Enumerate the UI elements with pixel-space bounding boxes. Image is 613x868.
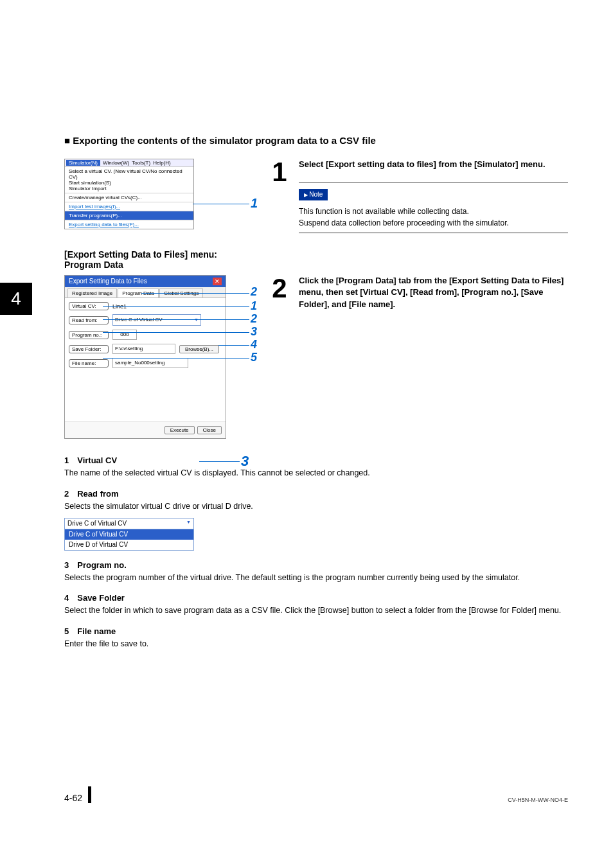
step-number-1: 1 — [270, 159, 289, 233]
chapter-tab: 4 — [0, 283, 32, 315]
desc-2-body: Selects the simulator virtual C drive or… — [64, 501, 568, 513]
dialog-title: Export Setting Data to Files — [69, 278, 147, 285]
export-dialog: Export Setting Data to Files ✕ Registere… — [64, 275, 226, 439]
menu-item-highlighted: Transfer programs(P)... — [65, 211, 193, 220]
menu-screenshot: Simulator(N) Window(W) Tools(T) Help(H) … — [64, 159, 194, 229]
dropdown-option: Drive C of Virtual CV — [65, 529, 193, 540]
desc-3-title: 3 Program no. — [64, 560, 568, 571]
menubar-help: Help(H) — [153, 160, 171, 166]
menu-item: Select a virtual CV. (New virtual CV/No … — [65, 166, 193, 193]
menu-item: Export setting data to files(F)... — [65, 220, 193, 229]
menubar-tools: Tools(T) — [132, 160, 150, 166]
close-icon[interactable]: ✕ — [213, 278, 222, 285]
note-line: This function is not available while col… — [299, 206, 568, 217]
file-name-label: File name: — [69, 359, 109, 368]
step1-text: Select [Export setting data to files] fr… — [299, 159, 568, 170]
menubar-window: Window(W) — [103, 160, 129, 166]
callout-1: 1 — [251, 196, 258, 211]
tab-registered-image[interactable]: Registered Image — [67, 288, 117, 297]
step-number-2: 2 — [270, 275, 289, 439]
desc-4-body: Select the folder in which to save progr… — [64, 605, 568, 617]
section-heading: ■ Exporting the contents of the simulato… — [64, 135, 568, 146]
desc-3-body: Selects the program number of the virtua… — [64, 572, 568, 584]
menu-item: Import test images(I)... — [65, 202, 193, 211]
callout-2-top: 2 — [251, 285, 257, 299]
desc-5-body: Enter the file to save to. — [64, 639, 568, 650]
dropdown-option: Drive D of Virtual CV — [65, 540, 193, 550]
menu-item: Create/manage virtual CVs(C)... — [65, 193, 193, 202]
callout-4-right: 4 — [251, 338, 257, 351]
dialog-subtitle: [Export Setting Data to Files] menu: Pro… — [64, 249, 568, 270]
callout-2-right: 2 — [251, 312, 257, 326]
desc-1-body: The name of the selected virtual CV is d… — [64, 468, 568, 479]
callout-1-right: 1 — [251, 299, 257, 313]
read-from-select[interactable]: Drive C of Virtual CV▼ — [112, 314, 201, 326]
file-name-input[interactable]: sample_No000setting — [112, 358, 188, 368]
save-folder-input[interactable]: F:\cv\setting — [112, 344, 175, 354]
callout-3-bottom: 3 — [241, 453, 249, 470]
browse-button[interactable]: Browse(B)... — [179, 345, 219, 353]
execute-button[interactable]: Execute — [164, 426, 195, 434]
desc-4-title: 4 Save Folder — [64, 592, 568, 604]
callout-3-right: 3 — [251, 325, 257, 339]
step2-text: Click the [Program Data] tab from the [E… — [299, 275, 568, 310]
menubar-simulator: Simulator(N) — [66, 160, 100, 166]
desc-1-title: 1 Virtual CV — [64, 455, 568, 466]
document-code: CV-H5N-M-WW-NO4-E — [508, 797, 568, 803]
callout-5-right: 5 — [251, 351, 257, 364]
close-button[interactable]: Close — [197, 426, 222, 434]
desc-5-title: 5 File name — [64, 626, 568, 637]
read-from-label: Read from: — [69, 316, 109, 324]
note-label: Note — [299, 189, 328, 200]
note-line: Suspend data collection before proceedin… — [299, 217, 568, 229]
page-number: 4-62 — [64, 793, 82, 803]
save-folder-label: Save Folder: — [69, 345, 109, 353]
desc-2-title: 2 Read from — [64, 488, 568, 500]
read-from-dropdown-sample: Drive C of Virtual CV▼ Drive C of Virtua… — [64, 518, 194, 551]
program-no-input[interactable]: 000 — [112, 330, 137, 340]
